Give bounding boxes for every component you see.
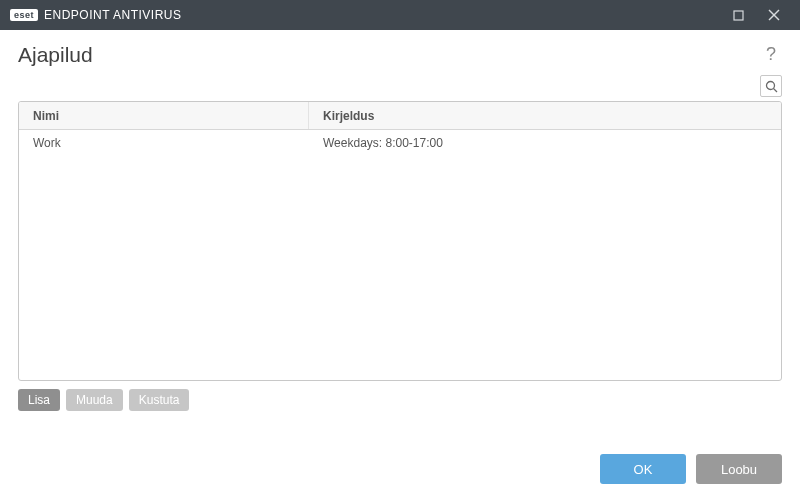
titlebar: eset ENDPOINT ANTIVIRUS [0,0,800,30]
svg-rect-0 [734,11,743,20]
close-icon [768,9,780,21]
page-title: Ajapilud [18,43,93,67]
edit-button[interactable]: Muuda [66,389,123,411]
cancel-button[interactable]: Loobu [696,454,782,484]
table-header: Nimi Kirjeldus [19,102,781,130]
svg-line-4 [773,88,777,92]
table-toolbar: Lisa Muuda Kustuta [0,381,800,411]
column-header-description[interactable]: Kirjeldus [309,109,781,123]
product-name: ENDPOINT ANTIVIRUS [44,8,181,22]
window-maximize-button[interactable] [720,0,756,30]
search-icon [765,80,778,93]
ok-button[interactable]: OK [600,454,686,484]
add-button[interactable]: Lisa [18,389,60,411]
brand-badge: eset [10,9,38,21]
maximize-icon [733,10,744,21]
delete-button[interactable]: Kustuta [129,389,190,411]
search-button[interactable] [760,75,782,97]
search-row [0,75,800,101]
help-icon: ? [766,44,776,64]
window-close-button[interactable] [756,0,792,30]
cell-name: Work [19,136,309,150]
svg-point-3 [766,81,774,89]
column-header-name[interactable]: Nimi [19,102,309,129]
table-row[interactable]: Work Weekdays: 8:00-17:00 [19,130,781,156]
table-body: Work Weekdays: 8:00-17:00 [19,130,781,380]
schedules-table: Nimi Kirjeldus Work Weekdays: 8:00-17:00 [18,101,782,381]
brand: eset ENDPOINT ANTIVIRUS [10,8,181,22]
dialog-footer: OK Loobu [0,440,800,500]
cell-description: Weekdays: 8:00-17:00 [309,136,781,150]
header-row: Ajapilud ? [0,30,800,75]
help-button[interactable]: ? [760,42,782,67]
